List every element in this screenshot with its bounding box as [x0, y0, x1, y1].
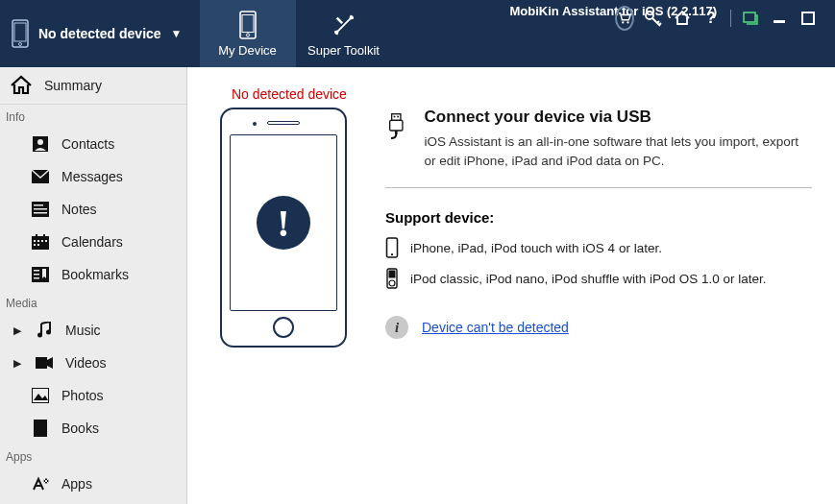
tab-super-toolkit[interactable]: Super Toolkit: [296, 0, 392, 67]
main-area: Summary Info Contacts Messages Notes C: [0, 67, 835, 504]
music-icon: [35, 321, 54, 340]
svg-point-33: [46, 330, 51, 335]
svg-rect-29: [34, 270, 39, 272]
svg-rect-16: [34, 204, 43, 206]
separator: [730, 10, 731, 27]
content-panel: No detected device !: [187, 67, 835, 504]
svg-rect-26: [36, 234, 37, 237]
sidebar-group-info: Info: [0, 105, 186, 128]
sidebar-item-label: Notes: [61, 202, 97, 217]
notes-icon: [31, 200, 50, 219]
sidebar-item-photos[interactable]: Photos: [0, 379, 186, 412]
svg-rect-41: [394, 116, 396, 118]
svg-rect-19: [32, 236, 49, 250]
sidebar-item-books[interactable]: Books: [0, 412, 186, 444]
usb-icon: [385, 108, 407, 146]
svg-point-13: [37, 139, 43, 145]
svg-rect-4: [242, 14, 254, 32]
tab-my-device[interactable]: My Device: [200, 0, 296, 67]
svg-rect-31: [34, 277, 39, 279]
svg-rect-27: [43, 234, 45, 237]
phone-icon: [236, 11, 259, 39]
minimize-button[interactable]: [770, 9, 789, 28]
status-text: No detected device: [232, 86, 812, 102]
sidebar-item-label: Books: [61, 420, 99, 436]
svg-rect-9: [744, 12, 755, 22]
ipod-mini-icon: [385, 268, 399, 289]
svg-rect-25: [37, 244, 39, 246]
chevron-down-icon: ▼: [171, 27, 183, 40]
home-icon: [10, 75, 33, 96]
tools-icon: [332, 11, 356, 39]
divider: [385, 187, 812, 188]
svg-point-45: [391, 253, 393, 255]
home-button[interactable]: [673, 9, 692, 28]
phone-outline-icon: [12, 19, 29, 48]
home-icon: [674, 10, 691, 27]
feedback-icon: [743, 11, 758, 26]
info-icon: i: [385, 316, 408, 339]
sidebar-item-label: Summary: [44, 78, 102, 93]
sidebar-item-calendars[interactable]: Calendars: [0, 226, 186, 258]
messages-icon: [31, 167, 50, 186]
sidebar-item-label: Bookmarks: [61, 267, 129, 282]
svg-point-32: [37, 333, 42, 338]
phone-illustration: !: [220, 108, 347, 348]
svg-point-5: [246, 33, 249, 36]
feedback-button[interactable]: [741, 9, 760, 28]
sidebar-item-apps[interactable]: Apps: [0, 468, 186, 500]
sidebar-item-label: Music: [65, 323, 101, 338]
key-button[interactable]: [644, 9, 663, 28]
device-selector-label: No detected device: [38, 26, 161, 41]
exclamation-icon: !: [257, 196, 310, 250]
sidebar-group-media: Media: [0, 291, 186, 314]
svg-point-6: [622, 21, 624, 23]
tab-label: My Device: [218, 43, 277, 58]
apps-icon: [31, 474, 50, 493]
cart-icon: [618, 12, 631, 25]
svg-rect-34: [36, 357, 47, 369]
svg-rect-10: [774, 20, 785, 23]
svg-rect-47: [389, 271, 396, 278]
svg-rect-18: [34, 212, 47, 214]
sidebar-item-summary[interactable]: Summary: [0, 67, 186, 105]
sidebar-item-label: Contacts: [61, 136, 114, 152]
connect-description: iOS Assistant is an all-in-one software …: [425, 132, 812, 170]
minimize-icon: [773, 12, 786, 25]
sidebar-item-videos[interactable]: ▶ Videos: [0, 347, 186, 379]
sidebar-item-contacts[interactable]: Contacts: [0, 128, 186, 160]
svg-rect-1: [14, 23, 26, 41]
chevron-right-icon: ▶: [13, 357, 23, 370]
svg-rect-38: [36, 421, 45, 433]
svg-rect-24: [34, 244, 36, 246]
photos-icon: [31, 386, 50, 405]
books-icon: [31, 419, 50, 438]
svg-rect-23: [45, 240, 47, 242]
top-bar: No detected device ▼ My Device Super Too…: [0, 0, 835, 67]
contacts-icon: [31, 134, 50, 154]
sidebar-item-label: Messages: [61, 169, 123, 184]
sidebar-item-messages[interactable]: Messages: [0, 160, 186, 193]
detect-help-link[interactable]: Device can't be detected: [422, 320, 569, 335]
support-line-2: iPod classic, iPod nano, iPod shuffle wi…: [385, 268, 812, 289]
support-title: Support device:: [385, 209, 812, 226]
svg-rect-40: [392, 114, 401, 121]
sidebar-item-label: Apps: [61, 476, 92, 492]
svg-rect-35: [32, 388, 49, 403]
svg-point-2: [19, 43, 22, 46]
calendar-icon: [31, 232, 50, 252]
maximize-button[interactable]: [798, 9, 818, 28]
bookmarks-icon: [31, 265, 50, 284]
sidebar-item-notes[interactable]: Notes: [0, 193, 186, 226]
svg-rect-22: [41, 240, 43, 242]
cart-button[interactable]: [615, 9, 634, 28]
sidebar-item-music[interactable]: ▶ Music: [0, 314, 186, 347]
device-selector[interactable]: No detected device ▼: [0, 0, 200, 67]
sidebar-item-bookmarks[interactable]: Bookmarks: [0, 258, 186, 291]
svg-point-8: [646, 12, 653, 19]
sidebar-item-label: Calendars: [61, 234, 123, 250]
svg-rect-17: [34, 208, 47, 210]
help-button[interactable]: ?: [701, 9, 721, 28]
svg-rect-42: [397, 116, 399, 118]
key-icon: [644, 9, 663, 28]
